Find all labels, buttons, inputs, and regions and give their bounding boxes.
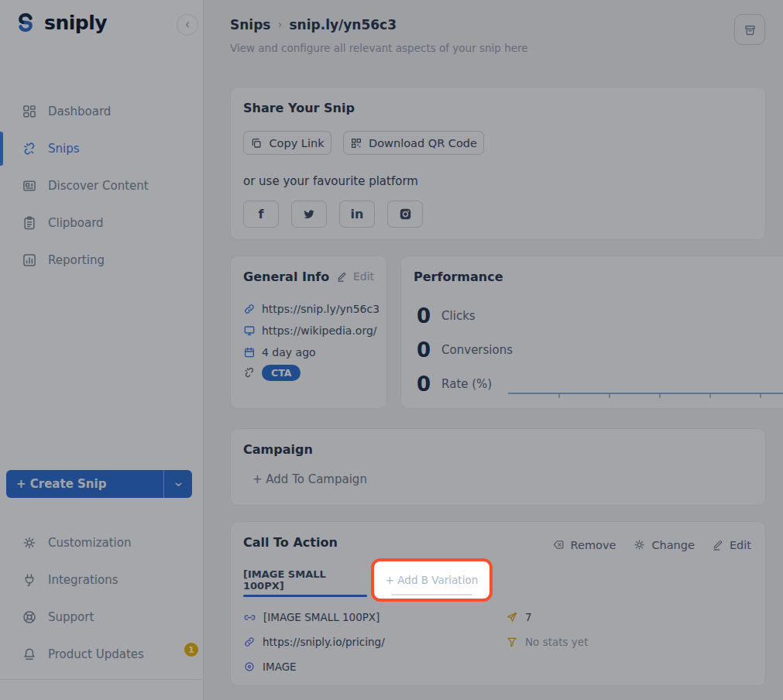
sidebar-item-label: Clipboard	[48, 216, 104, 230]
call-to-action-card: Call To Action Remove Change Edit	[230, 521, 766, 686]
snip-url-row[interactable]: https://snip.ly/yn56c3	[243, 301, 379, 317]
sidebar-item-label: Reporting	[48, 253, 105, 267]
create-snip-dropdown-button[interactable]	[164, 470, 192, 498]
add-to-campaign-button[interactable]: + Add To Campaign	[252, 472, 367, 486]
paper-plane-icon	[506, 611, 518, 623]
sidebar-item-label: Dashboard	[48, 105, 111, 118]
copy-link-button[interactable]: Copy Link	[243, 131, 331, 155]
dashboard-icon	[22, 104, 37, 119]
plug-icon	[22, 572, 37, 588]
cta-variation-a-tab[interactable]: [IMAGE SMALL 100PX]	[243, 566, 367, 594]
source-url-row[interactable]: https://wikipedia.org/	[243, 323, 379, 338]
cta-url: https://sniply.io/pricing/	[263, 636, 385, 648]
sidebar-item-customization[interactable]: Customization	[0, 532, 204, 554]
sidebar-collapse-button[interactable]	[177, 14, 198, 36]
cta-url-row[interactable]: https://sniply.io/pricing/	[243, 635, 385, 649]
cta-type-badge: CTA	[262, 365, 300, 381]
cta-type-row: IMAGE	[243, 660, 297, 674]
inactive-tab-underline	[391, 594, 472, 595]
sidebar-item-clipboard[interactable]: Clipboard	[0, 212, 204, 234]
funnel-icon	[506, 636, 518, 648]
rate-stat: 0 Rate (%)	[417, 372, 492, 396]
cta-name: [IMAGE SMALL 100PX]	[263, 611, 379, 623]
target-icon	[243, 661, 256, 673]
cta-action-bar: Remove Change Edit	[552, 538, 751, 551]
sniply-logo-icon	[14, 11, 37, 34]
snip-type-icon	[243, 366, 256, 379]
sidebar-item-label: Discover Content	[48, 179, 149, 193]
sidebar-item-label: Snips	[48, 142, 80, 156]
sidebar-item-support[interactable]: Support	[0, 606, 204, 628]
add-b-variation-label: + Add B Variation	[386, 574, 478, 586]
campaign-card: Campaign + Add To Campaign	[230, 428, 766, 506]
sidebar-item-snips[interactable]: Snips	[0, 138, 204, 160]
sidebar-item-product-updates[interactable]: Product Updates	[0, 643, 204, 665]
sidebar-divider	[0, 679, 204, 680]
conversions-stat: 0 Conversions	[417, 338, 513, 362]
chevron-left-icon	[183, 20, 192, 29]
product-updates-badge: 1	[184, 643, 198, 657]
link-icon	[243, 636, 256, 648]
share-linkedin-button[interactable]: in	[339, 201, 375, 228]
brand-logo[interactable]: sniply	[14, 11, 107, 34]
conversions-value: 0	[417, 338, 431, 362]
performance-card: Performance 0 Clicks 0 Conversions 0 Rat…	[400, 256, 783, 409]
sidebar-item-integrations[interactable]: Integrations	[0, 569, 204, 591]
active-tab-underline	[243, 595, 367, 597]
life-ring-icon	[22, 609, 37, 625]
link-horizontal-icon	[243, 611, 256, 624]
rate-label: Rate (%)	[441, 377, 492, 391]
general-info-edit-button[interactable]: Edit	[336, 270, 374, 283]
conversions-label: Conversions	[441, 343, 513, 357]
add-b-variation-button[interactable]: + Add B Variation	[371, 558, 493, 602]
gear-icon	[22, 535, 37, 551]
backspace-remove-icon	[552, 538, 565, 551]
breadcrumb-snips[interactable]: Snips	[230, 17, 270, 33]
instagram-icon	[398, 207, 413, 221]
cta-clicks-row: 7	[506, 610, 532, 624]
cta-name-row: [IMAGE SMALL 100PX]	[243, 610, 379, 624]
sidebar-item-dashboard[interactable]: Dashboard	[0, 101, 204, 122]
download-qr-button[interactable]: Download QR Code	[343, 131, 484, 155]
chevron-down-icon	[173, 479, 184, 489]
twitter-icon	[302, 208, 316, 221]
pencil-icon	[336, 271, 348, 283]
cta-clicks: 7	[525, 611, 532, 623]
sidebar-item-label: Support	[48, 610, 94, 624]
edit-label: Edit	[730, 539, 751, 551]
performance-title: Performance	[414, 269, 503, 284]
change-cta-button[interactable]: Change	[633, 538, 695, 551]
platform-helper-text: or use your favourite platform	[243, 174, 418, 188]
cta-stats-placeholder: No stats yet	[525, 636, 588, 648]
clicks-label: Clicks	[441, 309, 476, 323]
archive-snip-button[interactable]	[734, 14, 765, 45]
breadcrumb: Snips › snip.ly/yn56c3	[230, 17, 397, 33]
page-subtitle: View and configure all relevant aspects …	[230, 42, 528, 54]
copy-link-label: Copy Link	[269, 137, 324, 149]
download-qr-label: Download QR Code	[369, 137, 477, 149]
bell-icon	[22, 647, 37, 662]
archive-icon	[743, 22, 757, 37]
create-snip-button[interactable]: + Create Snip	[6, 470, 164, 498]
breadcrumb-separator: ›	[277, 18, 282, 32]
rate-value: 0	[417, 372, 431, 396]
source-url: https://wikipedia.org/	[262, 324, 377, 337]
snip-url: https://snip.ly/yn56c3	[262, 303, 379, 315]
change-label: Change	[651, 539, 695, 551]
cta-title: Call To Action	[243, 535, 338, 550]
share-facebook-button[interactable]: f	[243, 201, 279, 228]
share-twitter-button[interactable]	[291, 201, 327, 228]
general-info-card: General Info Edit https://snip.ly/yn56c3…	[230, 256, 387, 409]
share-instagram-button[interactable]	[387, 201, 423, 228]
share-card-title: Share Your Snip	[243, 101, 355, 115]
sidebar-item-reporting[interactable]: Reporting	[0, 249, 204, 271]
link-icon	[243, 303, 256, 315]
created-ago: 4 day ago	[262, 346, 316, 359]
edit-cta-button[interactable]: Edit	[712, 538, 751, 551]
edit-label: Edit	[353, 270, 374, 283]
performance-flatline-chart	[508, 393, 783, 394]
remove-cta-button[interactable]: Remove	[552, 538, 616, 551]
sidebar-item-discover-content[interactable]: Discover Content	[0, 175, 204, 197]
breadcrumb-current: snip.ly/yn56c3	[289, 17, 397, 33]
general-info-title: General Info	[243, 269, 329, 284]
